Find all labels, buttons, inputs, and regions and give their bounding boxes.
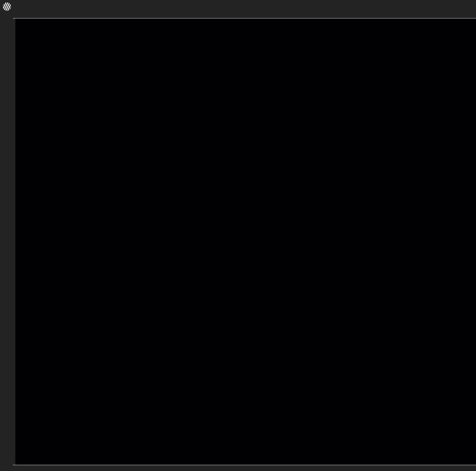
plot-bottom-border [13,465,476,465]
gfz-logo-icon [3,2,11,11]
footer-bar [0,466,476,471]
spectrogram-plot-area [15,18,476,465]
colorbar-gradient [131,2,361,6]
spectrogram-canvas [15,18,476,465]
spectrogram-page [0,0,476,471]
plot-top-border [13,18,476,18]
gfz-logo [3,2,15,11]
